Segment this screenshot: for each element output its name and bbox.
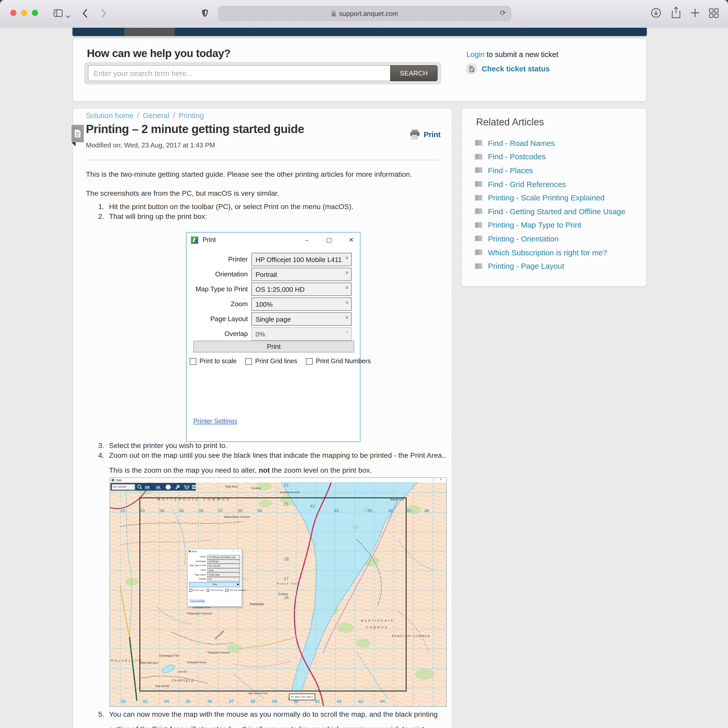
related-article-link[interactable]: Find - Places (488, 166, 533, 175)
related-article-link[interactable]: Printing - Map Type to Print (488, 221, 581, 229)
field-value: Portrait (256, 271, 277, 278)
map-app-icon (112, 479, 114, 482)
grid-number: 43 (358, 699, 363, 704)
field-label: Orientation (215, 270, 248, 278)
related-article-link[interactable]: Find - Grid References (488, 180, 566, 188)
related-article-item: Find - Road Names (475, 136, 639, 150)
search-input[interactable] (88, 65, 390, 81)
field-select: Landscape˅ (207, 559, 240, 564)
help-header-card: How can we help you today? SEARCH Login … (72, 38, 647, 102)
breadcrumb: Solution home/General/Printing (86, 112, 204, 120)
list-text: Select the printer you wish to print to. (109, 441, 227, 450)
field-value: Landscape (208, 560, 219, 563)
address-bar[interactable]: support.anquet.com ⟳ (218, 6, 511, 21)
field-select: Single page˅ (251, 312, 352, 326)
intro-paragraph-1: This is the two-minute getting started g… (86, 170, 412, 178)
checkbox-box (207, 589, 209, 592)
grid-number: 37 (229, 699, 234, 704)
check-ticket-status-link[interactable]: Check ticket status (482, 65, 550, 73)
related-article-link[interactable]: Find - Road Names (488, 139, 555, 147)
book-icon (475, 167, 483, 174)
print-article-button[interactable]: Print (410, 130, 441, 139)
related-article-link[interactable]: Printing - Page Layout (488, 262, 564, 270)
map-print-confirm-button: Print (189, 582, 240, 587)
related-articles-card: Related Articles Find - Road NamesFind -… (461, 108, 647, 287)
close-window-button[interactable] (10, 10, 17, 16)
map-print-dialog-title: Print (192, 550, 197, 552)
chevron-down-icon: ˅ (238, 564, 239, 566)
dialog-field-printer: PrinterHP Officejet 100 Mobile L411˅ (188, 555, 242, 558)
field-select: 0%˅ (251, 327, 352, 341)
checkbox-box (245, 358, 252, 364)
book-icon (475, 222, 483, 229)
grid-number: 43 (334, 508, 339, 513)
related-article-link[interactable]: Printing - Scale Printing Explained (488, 193, 605, 202)
map-place-label: High Hartsop Dodd (248, 692, 268, 694)
reload-icon[interactable]: ⟳ (500, 9, 506, 17)
field-select: Portrait˅ (251, 268, 352, 281)
related-articles-heading: Related Articles (476, 117, 544, 128)
checkbox-box (225, 589, 228, 592)
chevron-down-icon[interactable] (66, 11, 71, 21)
grid-number: 32 (120, 508, 125, 513)
grid-number: 34 (164, 699, 169, 704)
divider (86, 160, 439, 160)
search-button[interactable]: SEARCH (390, 65, 438, 81)
related-article-item: Printing - Scale Printing Explained (475, 191, 639, 205)
printer-settings-link: Printer Settings (193, 418, 237, 425)
help-heading: How can we help you today? (87, 47, 231, 60)
sidebar-toggle-icon[interactable] (54, 9, 63, 19)
field-select: Single page˅ (207, 573, 240, 577)
new-tab-button[interactable] (690, 8, 700, 20)
back-button[interactable] (82, 8, 88, 21)
map-place-label: Rooking (278, 593, 288, 595)
grid-number: 32 (121, 699, 126, 704)
grid-number: 16 (284, 595, 289, 600)
grid-number: 42 (310, 504, 315, 509)
breadcrumb-general[interactable]: General (143, 112, 169, 120)
related-article-item: Find - Grid References (475, 177, 639, 191)
field-label: Overlap (224, 330, 248, 338)
forward-button[interactable] (101, 8, 107, 21)
map-place-label: Gowbarrow Fell (280, 491, 299, 494)
print-dialog-screenshot: Print – ▢ ✕ PrinterHP Officejet 100 Mobi… (186, 232, 360, 442)
privacy-shield-icon[interactable] (202, 9, 208, 20)
breadcrumb-printing[interactable]: Printing (179, 112, 204, 120)
book-icon (475, 194, 483, 201)
list-number: 5. (98, 710, 104, 718)
field-select: 100%˅ (207, 568, 240, 573)
related-article-link[interactable]: Find - Postcodes (488, 152, 546, 161)
login-link[interactable]: Login (466, 50, 484, 58)
article-card: Solution home/General/Printing Printing … (72, 108, 452, 728)
share-button[interactable] (671, 7, 681, 21)
site-navigation-bar (72, 28, 647, 36)
chevron-down-icon: ˅ (345, 300, 349, 306)
checkbox-label: Print Grid lines (255, 358, 297, 365)
minimize-window-button[interactable] (21, 10, 27, 16)
grid-number: 47 (407, 508, 412, 513)
printer-icon (410, 130, 420, 139)
book-icon (475, 180, 483, 188)
downloads-button[interactable] (651, 8, 661, 20)
dialog-field-overlap: Overlap0%˅ (187, 327, 360, 341)
zoom-window-button[interactable] (32, 10, 38, 16)
print-confirm-button: Print (193, 341, 354, 352)
breadcrumb-solution-home[interactable]: Solution home (86, 112, 133, 120)
related-article-link[interactable]: Which Subscription is right for me? (488, 248, 607, 257)
app-icon (191, 236, 198, 244)
map-place-label: High Row (225, 485, 238, 488)
related-article-link[interactable]: Find - Getting Started and Offline Usage (488, 207, 625, 216)
related-article-link[interactable]: Printing - Orientation (488, 234, 559, 243)
ticket-status-line: Check ticket status (466, 63, 550, 75)
map-place-label: MARTINDALE (361, 619, 395, 622)
dialog-field-zoom: Zoom100%˅ (188, 568, 242, 572)
site-nav-active-tab[interactable] (124, 28, 175, 36)
checkbox-label: Print Grid Numbers (316, 358, 371, 365)
address-host: support.anquet.com (339, 10, 398, 17)
map-window-titlebar: OMN – ▢ ✕ (110, 478, 446, 482)
tab-overview-button[interactable] (709, 8, 719, 20)
map-window-title: OMN (116, 479, 122, 482)
book-icon (475, 153, 483, 160)
field-label: Overlap (199, 578, 206, 580)
book-icon (475, 262, 483, 269)
